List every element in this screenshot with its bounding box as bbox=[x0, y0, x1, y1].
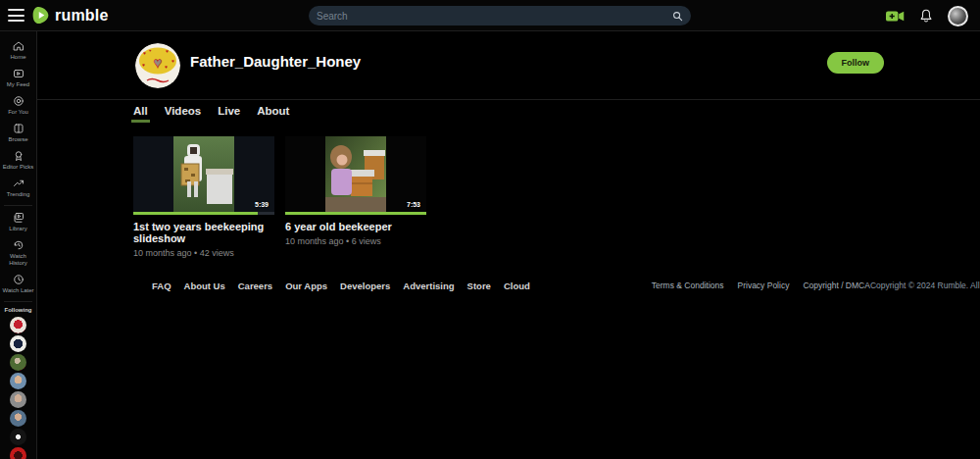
svg-text:♥: ♥ bbox=[142, 62, 145, 68]
sidebar-item-trending[interactable]: Trending bbox=[0, 175, 36, 202]
brand-name: rumble bbox=[55, 7, 109, 25]
my-feed-icon bbox=[13, 68, 24, 79]
footer-link-privacy[interactable]: Privacy Policy bbox=[738, 280, 790, 290]
sidebar-item-library[interactable]: Library bbox=[0, 209, 36, 236]
video-card[interactable]: 7:53 6 year old beekeeper 10 months ago … bbox=[285, 136, 426, 258]
home-icon bbox=[13, 40, 24, 52]
svg-text:♥: ♥ bbox=[143, 50, 146, 56]
footer-link-advertising[interactable]: Advertising bbox=[403, 280, 454, 291]
video-meta: 10 months ago • 42 views bbox=[133, 248, 274, 258]
sidebar-item-label: Watch History bbox=[1, 253, 35, 267]
menu-icon[interactable] bbox=[8, 9, 24, 22]
sidebar-item-label: Watch Later bbox=[2, 287, 33, 294]
for-you-icon bbox=[13, 95, 24, 107]
footer-link-dmca[interactable]: Copyright / DMCA bbox=[803, 280, 870, 290]
sidebar-item-label: Editor Picks bbox=[3, 164, 34, 171]
user-avatar[interactable] bbox=[948, 6, 968, 26]
footer-link-our-apps[interactable]: Our Apps bbox=[285, 280, 327, 291]
bell-icon[interactable] bbox=[919, 9, 933, 24]
sidebar-item-editor-picks[interactable]: Editor Picks bbox=[0, 147, 36, 175]
library-icon bbox=[13, 212, 24, 224]
footer-link-terms[interactable]: Terms & Conditions bbox=[652, 280, 724, 290]
video-duration: 5:39 bbox=[255, 201, 269, 208]
copyright-text: Copyright © 2024 Rumble. All Rights Rese… bbox=[870, 280, 980, 290]
sidebar-item-my-feed[interactable]: My Feed bbox=[0, 65, 36, 92]
sidebar-item-for-you[interactable]: For You bbox=[0, 92, 36, 120]
rumble-logo[interactable]: rumble bbox=[30, 5, 109, 26]
video-grid: 5:39 1st two years beekeeping slideshow … bbox=[37, 123, 980, 258]
followed-channel-avatar[interactable] bbox=[10, 354, 26, 371]
footer-link-store[interactable]: Store bbox=[467, 280, 491, 291]
footer-link-careers[interactable]: Careers bbox=[238, 280, 272, 291]
sidebar: Home My Feed For You Browse Editor Picks… bbox=[0, 31, 37, 459]
video-duration: 7:53 bbox=[407, 201, 420, 208]
followed-channel-avatar[interactable] bbox=[10, 447, 26, 459]
sidebar-item-browse[interactable]: Browse bbox=[0, 120, 36, 147]
tab-all[interactable]: All bbox=[133, 100, 148, 123]
video-thumbnail[interactable]: 7:53 bbox=[285, 136, 426, 215]
search-input[interactable] bbox=[309, 11, 672, 22]
tab-videos[interactable]: Videos bbox=[165, 100, 202, 123]
followed-channel-avatar[interactable] bbox=[10, 373, 26, 389]
followed-channel-avatar[interactable] bbox=[10, 317, 26, 333]
footer-link-cloud[interactable]: Cloud bbox=[504, 280, 530, 291]
follow-button[interactable]: Follow bbox=[827, 52, 885, 74]
footer-link-developers[interactable]: Developers bbox=[340, 280, 390, 291]
footer-link-about-us[interactable]: About Us bbox=[184, 280, 225, 291]
channel-name: Father_Daughter_Honey bbox=[190, 53, 361, 70]
followed-channel-avatar[interactable] bbox=[10, 429, 26, 445]
footer-legal-links: Terms & Conditions Privacy Policy Copyri… bbox=[652, 280, 870, 290]
video-title[interactable]: 6 year old beekeeper bbox=[285, 221, 426, 232]
browse-icon bbox=[13, 123, 24, 134]
watch-later-icon bbox=[13, 274, 24, 285]
video-meta: 10 months ago • 6 views bbox=[285, 236, 426, 246]
upload-video-icon[interactable] bbox=[886, 10, 905, 23]
svg-text:♥: ♥ bbox=[165, 64, 168, 70]
channel-header: ♥ ♥ ♥ ♥ ♥ ♥ ♥ Father_Daughter_Honey Foll… bbox=[37, 31, 980, 99]
thumbnail-image bbox=[173, 136, 234, 215]
watch-history-icon bbox=[13, 239, 24, 251]
sidebar-item-label: Library bbox=[9, 226, 26, 232]
channel-avatar[interactable]: ♥ ♥ ♥ ♥ ♥ ♥ ♥ bbox=[135, 43, 180, 88]
footer-link-faq[interactable]: FAQ bbox=[152, 280, 172, 291]
tab-live[interactable]: Live bbox=[218, 100, 240, 123]
video-card[interactable]: 5:39 1st two years beekeeping slideshow … bbox=[133, 136, 274, 258]
footer: FAQ About Us Careers Our Apps Developers… bbox=[37, 272, 980, 299]
sidebar-item-label: For You bbox=[8, 109, 28, 116]
watch-progress-bar bbox=[133, 212, 258, 215]
search-icon[interactable] bbox=[672, 11, 691, 22]
watch-progress-track bbox=[133, 212, 274, 215]
main-content: ♥ ♥ ♥ ♥ ♥ ♥ ♥ Father_Daughter_Honey Foll… bbox=[37, 31, 980, 459]
svg-text:♥: ♥ bbox=[172, 58, 174, 64]
followed-channel-avatar[interactable] bbox=[10, 391, 26, 408]
channel-avatar-image: ♥ ♥ ♥ ♥ ♥ ♥ ♥ bbox=[135, 43, 180, 88]
sidebar-item-watch-later[interactable]: Watch Later bbox=[0, 271, 36, 298]
trending-icon bbox=[13, 178, 24, 189]
sidebar-item-label: Browse bbox=[8, 136, 27, 143]
editor-picks-icon bbox=[13, 150, 24, 162]
thumbnail-image bbox=[325, 136, 386, 215]
sidebar-item-label: Trending bbox=[7, 191, 29, 198]
video-thumbnail[interactable]: 5:39 bbox=[133, 136, 274, 215]
following-list bbox=[0, 317, 36, 459]
top-bar: rumble bbox=[0, 0, 980, 31]
watch-progress-bar bbox=[285, 212, 426, 215]
followed-channel-avatar[interactable] bbox=[10, 410, 26, 427]
sidebar-item-watch-history[interactable]: Watch History bbox=[0, 236, 36, 271]
video-title[interactable]: 1st two years beekeeping slideshow bbox=[133, 221, 274, 244]
footer-links: FAQ About Us Careers Our Apps Developers… bbox=[152, 280, 530, 291]
sidebar-item-home[interactable]: Home bbox=[0, 37, 36, 65]
sidebar-item-label: My Feed bbox=[7, 81, 29, 88]
followed-channel-avatar[interactable] bbox=[10, 335, 26, 352]
sidebar-divider bbox=[4, 301, 32, 302]
sidebar-divider bbox=[4, 205, 32, 206]
following-label: Following bbox=[0, 307, 36, 313]
tab-about[interactable]: About bbox=[257, 100, 289, 123]
svg-text:♥: ♥ bbox=[166, 48, 169, 54]
svg-text:♥: ♥ bbox=[154, 54, 163, 71]
rumble-play-icon bbox=[30, 5, 51, 26]
watch-progress-track bbox=[285, 212, 426, 215]
channel-tabs: All Videos Live About bbox=[37, 99, 980, 123]
sidebar-item-label: Home bbox=[10, 54, 25, 61]
top-actions bbox=[886, 0, 968, 31]
